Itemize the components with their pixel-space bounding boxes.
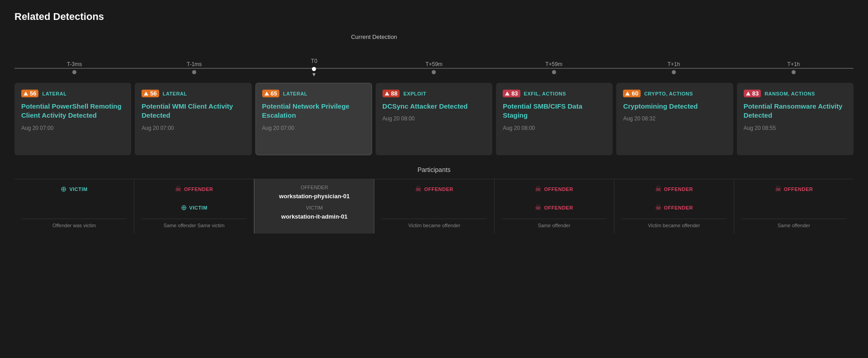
role-row-0-0: ⊕ VICTIM	[61, 185, 87, 193]
participants-table: ⊕ VICTIM Offender was victim ☠ OFFENDER …	[14, 179, 854, 234]
category-4: EXFIL, ACTIONS	[524, 91, 566, 96]
target-icon-1-1: ⊕	[181, 203, 187, 212]
card-date-4: Aug 20 08:00	[503, 125, 606, 131]
role-row-5-1: ☠ OFFENDER	[655, 203, 693, 212]
card-title-0: Potential PowerShell Remoting Client Act…	[21, 102, 124, 120]
category-3: EXPLOIT	[403, 91, 426, 96]
skull-icon-3-0: ☠	[415, 185, 421, 193]
detection-card-5[interactable]: 60 CRYPTO, ACTIONS Cryptomining Detected…	[616, 83, 733, 155]
role-row-4-1: ☠ OFFENDER	[535, 203, 573, 212]
role-row-4-0: ☠ OFFENDER	[535, 185, 573, 193]
role-row-5-0: ☠ OFFENDER	[655, 185, 693, 193]
role-row-3-0: ☠ OFFENDER	[415, 185, 453, 193]
current-detection-label: Current Detection	[338, 33, 410, 40]
triangle-icon-6	[746, 91, 750, 95]
card-header-5: 60 CRYPTO, ACTIONS	[623, 90, 726, 97]
detection-card-1[interactable]: 56 LATERAL Potential WMI Client Activity…	[135, 83, 251, 155]
timeline-col-6: T+1h	[734, 61, 854, 74]
timeline-dot-5	[672, 70, 676, 74]
timeline-col-1: T-1ms	[134, 61, 254, 74]
timeline-time-5: T+1h	[667, 61, 680, 67]
category-6: RANSOM, ACTIONS	[764, 91, 815, 96]
timeline-col-4: T+59m	[494, 61, 614, 74]
detection-card-4[interactable]: 83 EXFIL, ACTIONS Potential SMB/CIFS Dat…	[496, 83, 613, 155]
role-label-6-0: OFFENDER	[784, 186, 813, 192]
skull-icon-4-0: ☠	[535, 185, 541, 193]
participant-name-2-0: workstation-physician-01	[279, 193, 349, 200]
detection-card-6[interactable]: 83 RANSOM, ACTIONS Potential Ransomware …	[737, 83, 854, 155]
card-date-1: Aug 20 07:00	[142, 125, 245, 131]
skull-icon-6-0: ☠	[775, 185, 781, 193]
participant-name-2-1: workstation-it-admin-01	[281, 213, 348, 220]
triangle-icon-3	[385, 91, 389, 95]
detection-card-3[interactable]: 88 EXPLOIT DCSync Attacker Detected Aug …	[376, 83, 492, 155]
score-num-0: 56	[30, 90, 36, 97]
participant-col-3: ☠ OFFENDER Victim became offender	[374, 179, 494, 234]
score-num-2: 65	[271, 90, 277, 97]
role-label-4-1: OFFENDER	[544, 205, 573, 210]
timeline: T-3ms T-1ms T0 ▾ T+59m T+59m T+1h	[14, 58, 854, 77]
card-date-5: Aug 20 08:32	[623, 115, 726, 122]
timeline-time-2: T0	[311, 58, 317, 64]
role-row-1-0: ☠ OFFENDER	[175, 185, 213, 193]
triangle-icon-4	[505, 91, 509, 95]
participants-section: Participants ⊕ VICTIM Offender was victi…	[14, 166, 854, 234]
relation-1: Same offender Same victim	[142, 219, 246, 228]
timeline-time-0: T-3ms	[67, 61, 82, 67]
timeline-col-3: T+59m	[374, 61, 494, 74]
triangle-icon-5	[625, 91, 630, 95]
score-num-3: 88	[391, 90, 397, 97]
card-title-4: Potential SMB/CIFS Data Staging	[503, 102, 606, 120]
score-num-5: 60	[632, 90, 638, 97]
role-label-1-0: OFFENDER	[184, 186, 213, 192]
score-badge-6: 83	[744, 90, 761, 97]
relation-4: Same offender	[502, 219, 607, 228]
detection-card-0[interactable]: 56 LATERAL Potential PowerShell Remoting…	[14, 83, 131, 155]
role-row-1-1: ⊕ VICTIM	[181, 203, 208, 212]
skull-icon-5-1: ☠	[655, 203, 661, 212]
category-1: LATERAL	[163, 91, 187, 96]
relation-0: Offender was victim	[22, 219, 127, 228]
card-date-2: Aug 20 07:00	[262, 125, 365, 131]
role-label-5-0: OFFENDER	[664, 186, 693, 192]
page-title: Related Detections	[14, 11, 854, 23]
category-2: LATERAL	[283, 91, 307, 96]
role-label-0-0: VICTIM	[69, 186, 87, 192]
participant-col-1: ☠ OFFENDER ⊕ VICTIM Same offender Same v…	[134, 179, 254, 234]
timeline-dot-0	[72, 70, 76, 74]
timeline-col-2: T0 ▾	[254, 58, 374, 77]
timeline-col-5: T+1h	[614, 61, 734, 74]
score-badge-4: 83	[503, 90, 520, 97]
participant-col-6: ☠ OFFENDER Same offender	[734, 179, 854, 234]
card-header-1: 56 LATERAL	[142, 90, 245, 97]
timeline-dot-6	[792, 70, 796, 74]
participant-col-4: ☠ OFFENDER ☠ OFFENDER Same offender	[495, 179, 614, 234]
participant-col-5: ☠ OFFENDER ☠ OFFENDER Victim became offe…	[614, 179, 734, 234]
score-badge-3: 88	[382, 90, 400, 97]
timeline-col-0: T-3ms	[14, 61, 134, 74]
timeline-time-1: T-1ms	[187, 61, 202, 67]
triangle-icon-1	[144, 91, 148, 95]
role-label-3-0: OFFENDER	[424, 186, 453, 192]
timeline-time-4: T+59m	[545, 61, 562, 67]
timeline-time-6: T+1h	[788, 61, 800, 67]
timeline-dot-4	[552, 70, 556, 74]
relation-6: Same offender	[741, 219, 846, 228]
relation-5: Victim became offender	[622, 219, 726, 228]
card-title-5: Cryptomining Detected	[623, 102, 726, 111]
card-header-6: 83 RANSOM, ACTIONS	[744, 90, 847, 97]
card-title-6: Potential Ransomware Activity Detected	[744, 102, 847, 120]
card-title-1: Potential WMI Client Activity Detected	[142, 102, 245, 120]
card-header-3: 88 EXPLOIT	[382, 90, 486, 97]
participant-col-2: OFFENDER workstation-physician-01 VICTIM…	[254, 179, 374, 234]
score-num-1: 56	[150, 90, 156, 97]
triangle-icon-0	[24, 91, 28, 95]
offender-small-label-2: OFFENDER	[301, 185, 328, 190]
victim-small-label-2: VICTIM	[306, 205, 323, 210]
skull-icon-4-1: ☠	[535, 203, 541, 212]
card-date-6: Aug 20 08:55	[744, 125, 847, 131]
category-5: CRYPTO, ACTIONS	[644, 91, 693, 96]
detection-card-2[interactable]: 65 LATERAL Potential Network Privilege E…	[255, 83, 372, 155]
score-badge-0: 56	[21, 90, 38, 97]
page-container: Related Detections Current Detection T-3…	[0, 0, 868, 244]
